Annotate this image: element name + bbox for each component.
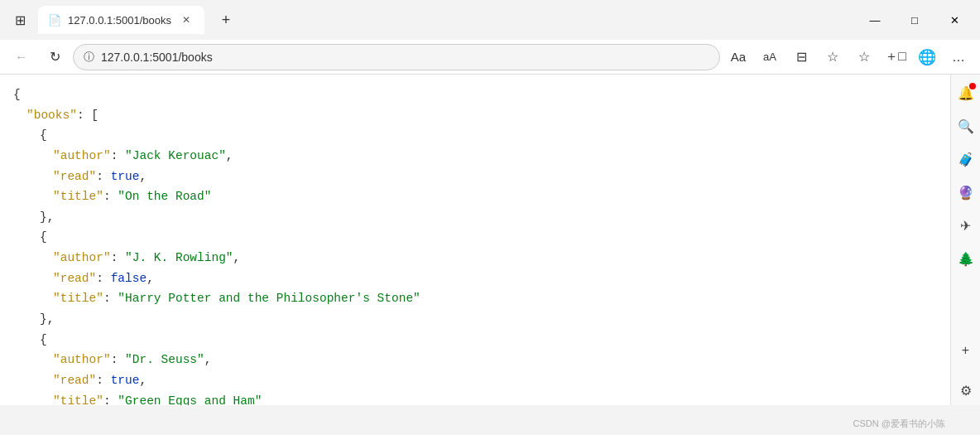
json-item2-read: "read": false,	[13, 268, 950, 289]
json-item1-title: "title": "On the Road"	[13, 186, 950, 207]
text-size-button[interactable]: аА	[755, 42, 785, 72]
read-aloud-button[interactable]: Aa	[723, 42, 753, 72]
json-item3-title: "title": "Green Eggs and Ham"	[13, 391, 950, 405]
more-button[interactable]: …	[944, 42, 973, 72]
sidebar-notifications-icon[interactable]: 🔔	[954, 81, 978, 104]
favorites-star-button[interactable]: ☆	[818, 42, 848, 72]
json-item2-close: },	[13, 309, 950, 330]
json-item2-author: "author": "J. K. Rowling",	[13, 248, 950, 268]
json-item1-read: "read": true,	[13, 167, 950, 187]
tab-page-icon: 📄	[48, 14, 61, 27]
json-item2-open: {	[13, 227, 950, 248]
json-open-brace: {	[13, 85, 950, 105]
sidebar-share-icon[interactable]: ✈	[954, 214, 978, 237]
json-books-key: "books": [	[13, 105, 950, 126]
new-tab-button[interactable]: +	[213, 7, 239, 33]
browser-window: { "books": [ { "author": "Jack Kerouac",…	[0, 75, 980, 405]
split-view-button[interactable]: ⊟	[786, 42, 816, 72]
refresh-button[interactable]: ↻	[40, 42, 70, 72]
url-text: 127.0.0.1:5001/books	[101, 51, 709, 64]
sidebar-add-icon[interactable]: +	[954, 339, 978, 362]
favorites-button[interactable]: ☆	[849, 42, 879, 72]
title-bar: ⊞ 📄 127.0.0.1:5001/books ✕ + — □ ✕	[0, 0, 980, 40]
collections-button[interactable]: ＋□	[881, 42, 910, 72]
address-bar: ← ↻ ⓘ 127.0.0.1:5001/books Aa аА ⊟ ☆ ☆ ＋…	[0, 40, 980, 75]
watermark: CSDN @爱看书的小陈	[853, 418, 945, 430]
sidebar-games-icon[interactable]: 🌲	[954, 247, 978, 270]
security-icon: ⓘ	[84, 50, 94, 65]
tab-switcher-button[interactable]: ⊞	[7, 7, 33, 33]
sidebar-copilot-icon[interactable]: 🔮	[954, 181, 978, 204]
url-domain: 127.0.0.1:5001/books	[101, 51, 213, 64]
json-item1-open: {	[13, 125, 950, 146]
back-button[interactable]: ←	[7, 42, 36, 72]
url-bar[interactable]: ⓘ 127.0.0.1:5001/books	[73, 44, 720, 70]
toolbar-icons: Aa аА ⊟ ☆ ☆ ＋□ 🌐 …	[723, 42, 973, 72]
json-item3-read: "read": true,	[13, 370, 950, 391]
maximize-button[interactable]: □	[896, 7, 934, 33]
tab-title: 127.0.0.1:5001/books	[68, 14, 171, 27]
right-sidebar: 🔔 🔍 🧳 🔮 ✈ 🌲 + ⚙	[950, 75, 980, 405]
profile-button[interactable]: 🌐	[912, 42, 942, 72]
sidebar-search-icon[interactable]: 🔍	[954, 114, 978, 138]
close-button[interactable]: ✕	[935, 7, 973, 33]
window-controls: — □ ✕	[856, 7, 973, 33]
json-item1-author: "author": "Jack Kerouac",	[13, 146, 950, 167]
sidebar-settings-icon[interactable]: ⚙	[954, 379, 978, 402]
json-item1-close: },	[13, 207, 950, 228]
notification-badge	[969, 83, 976, 89]
tab-close-button[interactable]: ✕	[178, 12, 195, 28]
title-bar-left: ⊞ 📄 127.0.0.1:5001/books ✕ +	[7, 6, 239, 34]
json-item3-author: "author": "Dr. Seuss",	[13, 350, 950, 370]
json-item2-title: "title": "Harry Potter and the Philosoph…	[13, 288, 950, 309]
json-item3-open: {	[13, 330, 950, 350]
browser-tab[interactable]: 📄 127.0.0.1:5001/books ✕	[38, 6, 204, 34]
json-content: { "books": [ { "author": "Jack Kerouac",…	[0, 75, 950, 405]
minimize-button[interactable]: —	[856, 7, 894, 33]
sidebar-collections-icon[interactable]: 🧳	[954, 147, 978, 171]
